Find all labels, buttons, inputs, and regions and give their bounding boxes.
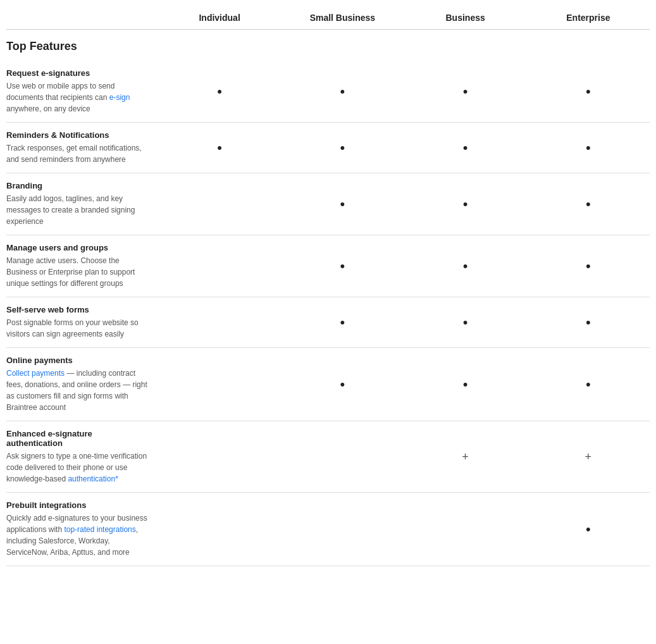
cell-reminders-notifications-small_business — [281, 140, 404, 156]
dot-icon — [217, 142, 222, 155]
features-container: Request e-signaturesUse web or mobile ap… — [6, 61, 650, 566]
cell-reminders-notifications-enterprise — [527, 140, 650, 156]
feature-link-prebuilt-integrations[interactable]: top-rated integrations — [64, 525, 135, 534]
feature-link-online-payments[interactable]: Collect payments — [6, 369, 65, 378]
dot-icon — [217, 86, 222, 99]
feature-text-prebuilt-integrations: Quickly add e-signatures to your busines… — [6, 512, 151, 558]
cell-manage-users-groups-enterprise — [527, 258, 650, 275]
feature-desc-reminders-notifications: Reminders & NotificationsTrack responses… — [6, 130, 158, 165]
feature-desc-online-payments: Online paymentsCollect payments — includ… — [6, 356, 158, 413]
feature-text-branding: Easily add logos, taglines, and key mess… — [6, 193, 151, 227]
dot-icon — [463, 261, 468, 273]
cell-branding-business — [404, 196, 527, 213]
cell-reminders-notifications-business — [404, 140, 527, 156]
cell-request-esignatures-enterprise — [527, 84, 650, 100]
feature-row-request-esignatures: Request e-signaturesUse web or mobile ap… — [6, 61, 650, 123]
dot-icon — [586, 317, 591, 330]
feature-text-manage-users-groups: Manage active users. Choose the Business… — [6, 255, 151, 289]
dot-icon — [463, 317, 468, 330]
cell-online-payments-enterprise — [527, 376, 650, 393]
header-col-enterprise: Enterprise — [527, 13, 650, 23]
dot-icon — [586, 199, 591, 211]
dot-icon — [463, 86, 468, 99]
cell-request-esignatures-small_business — [281, 84, 404, 100]
cell-online-payments-small_business — [281, 376, 404, 393]
plus-icon — [585, 450, 592, 463]
feature-text-online-payments: Collect payments — including contract fe… — [6, 368, 151, 413]
feature-title-branding: Branding — [6, 181, 151, 190]
feature-title-enhanced-esignature-auth: Enhanced e-signature authentication — [6, 429, 151, 448]
comparison-table: Individual Small Business Business Enter… — [0, 0, 656, 566]
feature-text-reminders-notifications: Track responses, get email notifications… — [6, 142, 151, 165]
feature-desc-request-esignatures: Request e-signaturesUse web or mobile ap… — [6, 68, 158, 115]
feature-row-branding: BrandingEasily add logos, taglines, and … — [6, 173, 650, 235]
dot-icon — [586, 86, 591, 99]
feature-text-request-esignatures: Use web or mobile apps to send documents… — [6, 80, 151, 115]
cell-online-payments-business — [404, 376, 527, 393]
feature-title-self-serve-web-forms: Self-serve web forms — [6, 305, 151, 314]
section-title: Top Features — [6, 30, 650, 61]
feature-link-enhanced-esignature-auth[interactable]: authentication* — [68, 474, 118, 483]
header-empty-col — [6, 13, 158, 23]
cell-enhanced-esignature-auth-business — [404, 450, 527, 464]
cell-prebuilt-integrations-enterprise — [527, 521, 650, 538]
feature-row-reminders-notifications: Reminders & NotificationsTrack responses… — [6, 123, 650, 173]
dot-icon — [586, 379, 591, 392]
dot-icon — [340, 142, 345, 155]
feature-desc-branding: BrandingEasily add logos, taglines, and … — [6, 181, 158, 227]
feature-title-online-payments: Online payments — [6, 356, 151, 365]
cell-self-serve-web-forms-small_business — [281, 314, 404, 331]
dot-icon — [340, 317, 345, 330]
feature-row-manage-users-groups: Manage users and groupsManage active use… — [6, 235, 650, 297]
dot-icon — [586, 524, 591, 536]
cell-self-serve-web-forms-business — [404, 314, 527, 331]
dot-icon — [340, 86, 345, 99]
feature-link-request-esignatures[interactable]: e-sign — [109, 93, 130, 102]
dot-icon — [463, 379, 468, 392]
header-row: Individual Small Business Business Enter… — [6, 13, 650, 30]
header-col-small-business: Small Business — [281, 13, 404, 23]
feature-desc-self-serve-web-forms: Self-serve web formsPost signable forms … — [6, 305, 158, 340]
feature-text-self-serve-web-forms: Post signable forms on your website so v… — [6, 317, 151, 340]
cell-branding-small_business — [281, 196, 404, 213]
cell-branding-enterprise — [527, 196, 650, 213]
feature-row-self-serve-web-forms: Self-serve web formsPost signable forms … — [6, 297, 650, 348]
feature-title-reminders-notifications: Reminders & Notifications — [6, 130, 151, 140]
feature-title-request-esignatures: Request e-signatures — [6, 68, 151, 78]
feature-desc-enhanced-esignature-auth: Enhanced e-signature authenticationAsk s… — [6, 429, 158, 485]
cell-reminders-notifications-individual — [158, 140, 281, 156]
feature-title-manage-users-groups: Manage users and groups — [6, 243, 151, 252]
dot-icon — [586, 261, 591, 273]
dot-icon — [586, 142, 591, 155]
cell-manage-users-groups-small_business — [281, 258, 404, 275]
dot-icon — [340, 261, 345, 273]
cell-request-esignatures-business — [404, 84, 527, 100]
dot-icon — [463, 142, 468, 155]
feature-text-enhanced-esignature-auth: Ask signers to type a one-time verificat… — [6, 450, 151, 485]
feature-desc-manage-users-groups: Manage users and groupsManage active use… — [6, 243, 158, 289]
dot-icon — [340, 379, 345, 392]
plus-icon — [462, 450, 469, 463]
dot-icon — [463, 199, 468, 211]
feature-row-prebuilt-integrations: Prebuilt integrationsQuickly add e-signa… — [6, 493, 650, 566]
feature-title-prebuilt-integrations: Prebuilt integrations — [6, 500, 151, 510]
cell-enhanced-esignature-auth-enterprise — [527, 450, 650, 464]
header-col-individual: Individual — [158, 13, 281, 23]
feature-row-online-payments: Online paymentsCollect payments — includ… — [6, 348, 650, 421]
cell-request-esignatures-individual — [158, 84, 281, 100]
header-col-business: Business — [404, 13, 527, 23]
feature-row-enhanced-esignature-auth: Enhanced e-signature authenticationAsk s… — [6, 421, 650, 493]
cell-self-serve-web-forms-enterprise — [527, 314, 650, 331]
dot-icon — [340, 199, 345, 211]
feature-desc-prebuilt-integrations: Prebuilt integrationsQuickly add e-signa… — [6, 500, 158, 558]
cell-manage-users-groups-business — [404, 258, 527, 275]
